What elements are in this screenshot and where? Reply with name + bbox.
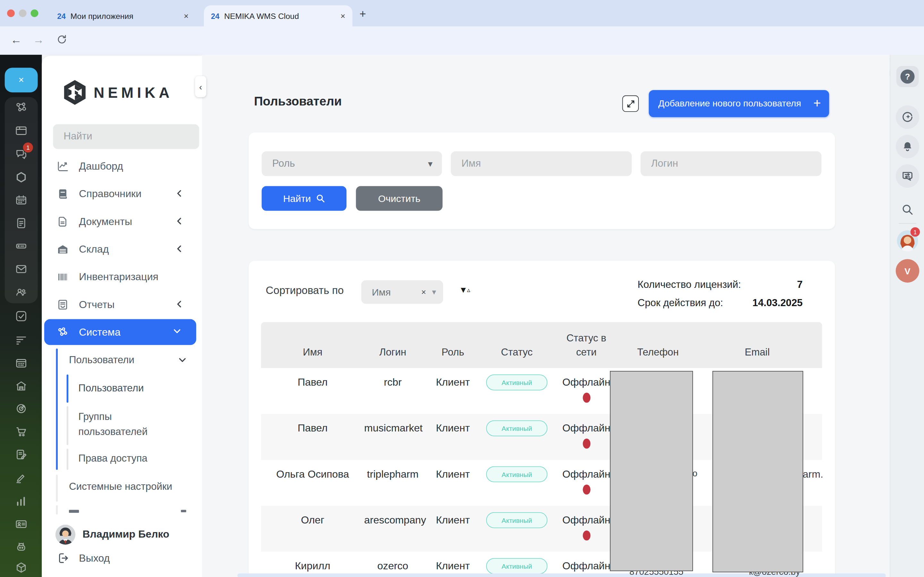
role-select[interactable]: Роль ▼ — [262, 151, 442, 176]
name-filter-input[interactable] — [451, 151, 632, 176]
chat-arrows-icon — [901, 169, 915, 183]
sidebar-item-reports[interactable]: Отчеты — [44, 291, 199, 318]
forward-icon[interactable]: → — [33, 34, 44, 47]
close-icon: × — [19, 75, 24, 85]
cell-login: arescompany — [364, 506, 421, 526]
redaction-box-email — [712, 371, 803, 572]
chevron-expanded-icon[interactable] — [179, 356, 186, 366]
column-header-role: Роль — [421, 346, 485, 368]
sidebar-item-label: Система — [79, 326, 120, 338]
traffic-light-minimize[interactable] — [19, 9, 27, 17]
column-header-name: Имя — [261, 346, 364, 368]
hexagon-sites-icon[interactable] — [15, 171, 27, 184]
bitrix-left-rail: × 1 — [0, 55, 42, 577]
bar-chart-icon[interactable] — [15, 495, 27, 508]
signature-pen-icon[interactable] — [15, 471, 27, 484]
status-badge: Активный — [486, 558, 548, 574]
mail-icon[interactable] — [15, 263, 27, 276]
profile-name[interactable]: Владимир Белко — [82, 528, 169, 541]
sidebar-item-warehouse[interactable]: Склад — [44, 235, 199, 263]
sort-field-select[interactable]: Имя × ▼ — [361, 280, 443, 303]
tab-title: NEMIKA WMS Cloud — [224, 11, 299, 21]
tasks-check-icon[interactable] — [15, 309, 27, 322]
status-badge: Активный — [486, 420, 548, 436]
fullscreen-button[interactable] — [622, 95, 639, 112]
copilot-button[interactable] — [896, 105, 919, 129]
browser-tab-strip: 24 Мои приложения × 24 NEMIKA WMS Cloud … — [0, 0, 924, 27]
mobile-app-icon[interactable] — [15, 540, 27, 553]
drive-icon[interactable] — [15, 240, 27, 253]
sidebar-item-system[interactable]: Система — [44, 319, 196, 345]
target-icon[interactable] — [15, 402, 27, 415]
clipped-menu-item-fragment — [69, 510, 79, 513]
new-tab-button[interactable]: + — [359, 8, 366, 21]
sidebar-search-input[interactable] — [53, 124, 199, 149]
sidebar-item-documents[interactable]: Документы — [44, 208, 199, 235]
sidebar-collapse-button[interactable]: ‹ — [195, 76, 206, 97]
sort-direction-toggle[interactable]: ▼▵ — [461, 286, 471, 294]
contact-initial-avatar[interactable]: V — [896, 259, 919, 282]
plus-icon: + — [813, 96, 821, 111]
search-button[interactable] — [901, 203, 915, 217]
sidebar-item-dashboard[interactable]: Дашборд — [44, 153, 199, 180]
submenu-item-users[interactable]: Пользователи — [78, 383, 144, 395]
user-avatar[interactable] — [55, 525, 75, 545]
license-count-value: 7 — [797, 279, 803, 291]
kanban-icon[interactable] — [15, 124, 27, 137]
cell-name: Павел — [261, 414, 364, 434]
clear-button[interactable]: Очистить — [356, 186, 443, 211]
cube-market-icon[interactable] — [15, 561, 27, 574]
clear-sort-icon[interactable]: × — [421, 287, 426, 297]
calendar-icon[interactable] — [15, 193, 27, 206]
traffic-light-close[interactable] — [7, 9, 15, 17]
people-icon[interactable] — [15, 285, 27, 298]
network-icon[interactable] — [15, 101, 27, 114]
document-icon[interactable] — [15, 217, 27, 229]
search-button[interactable]: Найти — [262, 186, 347, 211]
column-header-online-status: Статус в сети — [549, 332, 624, 368]
crm-calendar-icon[interactable] — [15, 357, 27, 370]
caret-down-icon: ▼ — [432, 289, 436, 295]
browser-tab-nemika[interactable]: 24 NEMIKA WMS Cloud × — [204, 5, 352, 27]
cell-role: Клиент — [421, 414, 485, 434]
logout-button[interactable]: Выход — [57, 552, 110, 564]
contact-card-icon[interactable] — [15, 517, 27, 530]
status-badge: Активный — [486, 466, 548, 482]
submenu-item-access-rights[interactable]: Права доступа — [78, 453, 147, 464]
close-app-button[interactable]: × — [5, 68, 38, 92]
submenu-item-system-settings[interactable]: Системные настройки — [69, 481, 172, 493]
submenu-item-user-groups[interactable]: Группы пользователей — [78, 409, 173, 440]
chevron-collapsed-icon — [176, 189, 183, 199]
warehouse-store-icon[interactable] — [15, 380, 27, 393]
browser-tab-my-apps[interactable]: 24 Мои приложения × — [50, 5, 196, 27]
sidebar-item-label: Дашборд — [79, 160, 123, 173]
clipped-chevron-fragment — [181, 510, 186, 512]
page-title: Пользователи — [254, 94, 342, 108]
filter-lines-icon[interactable] — [15, 334, 27, 346]
logout-label: Выход — [79, 552, 110, 564]
cart-icon[interactable] — [15, 425, 27, 438]
filter-panel: Роль ▼ Найти Очистить — [249, 132, 835, 229]
traffic-light-zoom[interactable] — [31, 9, 39, 17]
document-sign-icon[interactable] — [15, 448, 27, 461]
tab-title: Мои приложения — [70, 11, 133, 21]
users-table-panel: Сортировать по Имя × ▼ ▼▵ Количество лиц… — [249, 261, 835, 577]
sidebar-item-inventory[interactable]: Инвентаризация — [44, 263, 199, 291]
cell-login: triplepharm — [364, 460, 421, 480]
sidebar-item-references[interactable]: Справочники — [44, 180, 199, 208]
item-line — [56, 474, 58, 501]
messenger-button[interactable] — [896, 164, 919, 187]
add-user-button[interactable]: Добавление нового пользователя + — [649, 90, 829, 117]
help-button[interactable]: ? — [897, 66, 919, 87]
active-item-line — [67, 374, 69, 403]
submenu-users-group[interactable]: Пользователи — [69, 355, 134, 366]
tab-close-icon[interactable]: × — [176, 11, 189, 21]
tab-close-icon[interactable]: × — [333, 11, 346, 21]
reload-icon[interactable] — [57, 34, 67, 48]
notifications-button[interactable] — [896, 135, 919, 158]
license-expiry-value: 14.03.2025 — [752, 298, 803, 309]
back-icon[interactable]: ← — [11, 34, 22, 47]
bell-icon — [901, 139, 915, 153]
browser-toolbar: ← → https://b24-nj8cpt.bitrix24.ru/marke… — [0, 27, 924, 55]
login-filter-input[interactable] — [641, 151, 822, 176]
